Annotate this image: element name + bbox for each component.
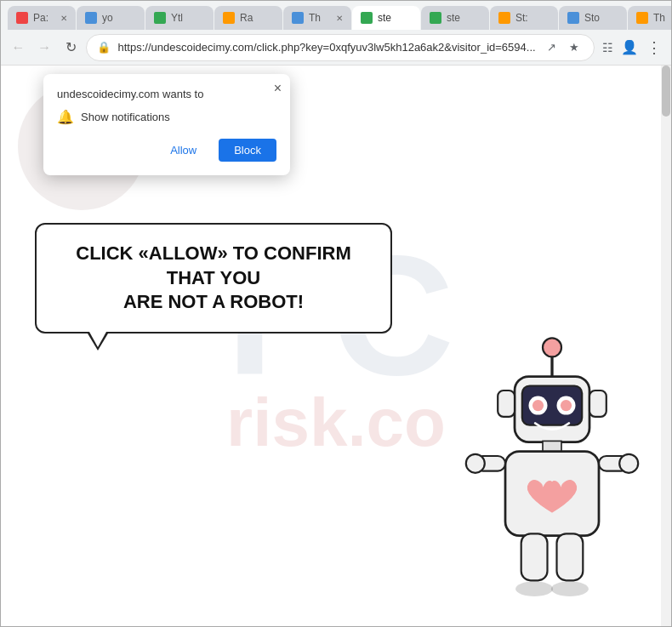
tab-close-1[interactable]: ✕ (60, 14, 67, 23)
lock-icon: 🔒 (97, 41, 111, 54)
profile-icon[interactable]: 👤 (621, 38, 638, 57)
notification-row: 🔔 Show notifications (57, 109, 276, 125)
tab-label-8: St: (515, 12, 528, 24)
robot-svg (458, 325, 646, 606)
robot-illustration (458, 325, 646, 609)
tab-label-9: Sto (584, 12, 600, 24)
permission-popup: × undescoidecimy.com wants to 🔔 Show not… (43, 74, 290, 175)
tab-label-4: Ra (240, 12, 253, 24)
tab-favicon-9 (567, 12, 579, 24)
popup-close-button[interactable]: × (274, 81, 282, 96)
page-content: PC risk.co CLICK «ALLOW» TO CONFIRM THAT… (1, 66, 671, 626)
tab-8[interactable]: St: (490, 6, 558, 30)
svg-rect-17 (557, 533, 584, 580)
browser-window: Pa: ✕ yo Ytl Ra Th ✕ ste ste (0, 0, 672, 627)
bookmark-icon[interactable]: ★ (565, 38, 584, 57)
nav-bar: ← → ↻ 🔒 https://undescoidecimy.com/click… (1, 30, 671, 66)
tab-label-3: Ytl (171, 12, 183, 24)
tab-2[interactable]: yo (77, 6, 145, 30)
bubble-text: CLICK «ALLOW» TO CONFIRM THAT YOU ARE NO… (62, 242, 365, 315)
bell-icon: 🔔 (57, 109, 74, 125)
share-icon[interactable]: ↗ (543, 38, 561, 57)
tab-favicon-3 (154, 12, 166, 24)
svg-point-15 (619, 454, 638, 473)
svg-point-19 (551, 581, 589, 596)
notification-text: Show notifications (81, 111, 170, 123)
bubble-line2: ARE NOT A ROBOT! (123, 291, 304, 312)
tab-favicon-1 (16, 12, 28, 24)
svg-rect-8 (498, 390, 515, 417)
speech-bubble: CLICK «ALLOW» TO CONFIRM THAT YOU ARE NO… (35, 223, 392, 333)
address-actions: ↗ ★ (543, 38, 584, 57)
forward-button[interactable]: → (34, 36, 55, 60)
tab-label-7: ste (447, 12, 460, 24)
chrome-menu-button[interactable]: ⋮ (643, 36, 664, 60)
tab-search-icon[interactable]: ☷ (600, 38, 617, 57)
tab-5[interactable]: Th ✕ (283, 6, 351, 30)
tab-bar: Pa: ✕ yo Ytl Ra Th ✕ ste ste (1, 1, 671, 30)
scrollbar-thumb[interactable] (662, 66, 670, 117)
watermark-risk: risk.co (226, 384, 446, 462)
tab-9[interactable]: Sto (559, 6, 627, 30)
tab-label-10: Th (653, 12, 665, 24)
tab-favicon-4 (223, 12, 235, 24)
popup-buttons: Allow Block (57, 139, 276, 162)
svg-point-18 (515, 581, 553, 596)
tab-7[interactable]: ste (421, 6, 489, 30)
block-button[interactable]: Block (219, 139, 276, 162)
reload-button[interactable]: ↻ (60, 36, 82, 60)
tab-favicon-6 (361, 12, 373, 24)
svg-point-14 (466, 454, 485, 473)
back-button[interactable]: ← (8, 36, 29, 60)
allow-button[interactable]: Allow (155, 139, 212, 162)
tab-3[interactable]: Ytl (145, 6, 214, 30)
tab-favicon-8 (498, 12, 510, 24)
address-text: https://undescoidecimy.com/click.php?key… (117, 41, 535, 54)
svg-point-7 (561, 400, 572, 411)
tab-4[interactable]: Ra (214, 6, 282, 30)
scrollbar[interactable] (661, 66, 671, 626)
popup-title: undescoidecimy.com wants to (57, 88, 276, 100)
svg-rect-16 (521, 533, 548, 580)
bubble-line1: CLICK «ALLOW» TO CONFIRM THAT YOU (76, 242, 350, 288)
tab-label-2: yo (102, 12, 113, 24)
svg-point-6 (532, 400, 544, 411)
tab-1[interactable]: Pa: ✕ (8, 6, 76, 30)
tab-close-5[interactable]: ✕ (336, 14, 343, 23)
tab-favicon-7 (430, 12, 441, 24)
tab-6-active[interactable]: ste (352, 6, 420, 30)
tab-label-5: Th (309, 12, 321, 24)
svg-point-1 (543, 338, 561, 356)
svg-rect-9 (589, 390, 607, 417)
tab-favicon-10 (636, 12, 648, 24)
tab-favicon-2 (85, 12, 97, 24)
tab-favicon-5 (292, 12, 304, 24)
tab-label-1: Pa: (33, 12, 48, 24)
tab-label-6: ste (378, 12, 391, 24)
tab-10[interactable]: Th (628, 6, 671, 30)
address-bar[interactable]: 🔒 https://undescoidecimy.com/click.php?k… (86, 34, 594, 61)
